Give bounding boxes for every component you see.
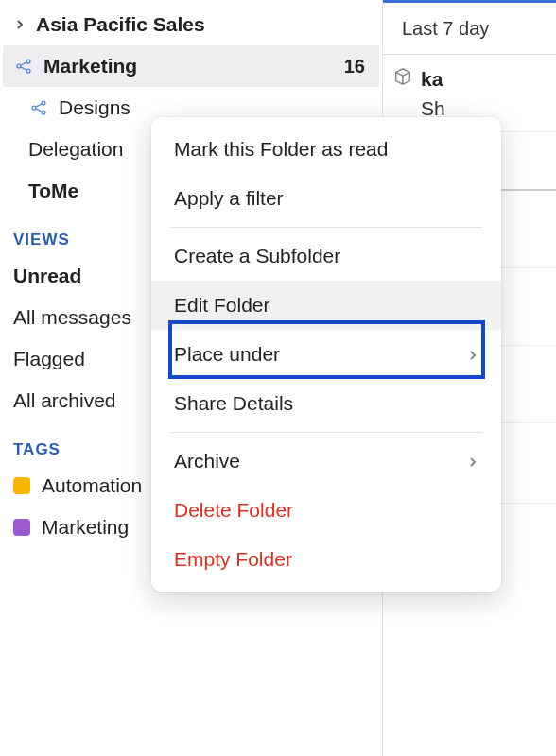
- ctx-delete-folder[interactable]: Delete Folder: [151, 486, 501, 535]
- folder-count: 16: [344, 56, 371, 77]
- svg-line-3: [21, 62, 27, 65]
- svg-point-0: [17, 64, 21, 68]
- svg-point-7: [42, 111, 45, 114]
- ctx-edit-folder[interactable]: Edit Folder: [151, 281, 501, 330]
- folder-label: Asia Pacific Sales: [36, 13, 371, 36]
- chevron-right-icon: [467, 450, 478, 472]
- svg-line-8: [36, 104, 43, 107]
- ctx-apply-filter[interactable]: Apply a filter: [151, 174, 501, 223]
- separator: [170, 227, 482, 228]
- ctx-place-under[interactable]: Place under: [151, 330, 501, 379]
- tag-swatch-icon: [13, 519, 30, 536]
- folder-marketing[interactable]: Marketing 16: [3, 45, 379, 87]
- ctx-archive[interactable]: Archive: [151, 437, 501, 486]
- folder-asia-pacific-sales[interactable]: Asia Pacific Sales: [0, 4, 382, 45]
- chevron-right-icon: [467, 343, 478, 366]
- ctx-share-details[interactable]: Share Details: [151, 379, 501, 428]
- context-menu: Mark this Folder as read Apply a filter …: [151, 117, 501, 592]
- ctx-empty-folder[interactable]: Empty Folder: [151, 535, 501, 584]
- separator: [170, 432, 482, 433]
- share-icon: [13, 56, 34, 77]
- svg-point-1: [26, 60, 30, 63]
- svg-point-5: [32, 106, 36, 110]
- ctx-create-subfolder[interactable]: Create a Subfolder: [151, 232, 501, 281]
- svg-point-6: [42, 101, 45, 105]
- svg-line-9: [36, 109, 43, 112]
- share-icon: [28, 97, 49, 118]
- ctx-mark-as-read[interactable]: Mark this Folder as read: [151, 125, 501, 174]
- chevron-right-icon: [13, 18, 26, 31]
- filter-bar[interactable]: Last 7 day: [383, 0, 556, 55]
- mail-sender: ka: [421, 68, 443, 91]
- svg-point-2: [26, 69, 30, 73]
- svg-line-4: [21, 67, 27, 70]
- filter-label: Last 7 day: [402, 18, 489, 40]
- folder-label: Designs: [59, 96, 371, 119]
- package-icon: [392, 66, 413, 92]
- tag-swatch-icon: [13, 477, 30, 494]
- folder-label: Marketing: [43, 55, 335, 77]
